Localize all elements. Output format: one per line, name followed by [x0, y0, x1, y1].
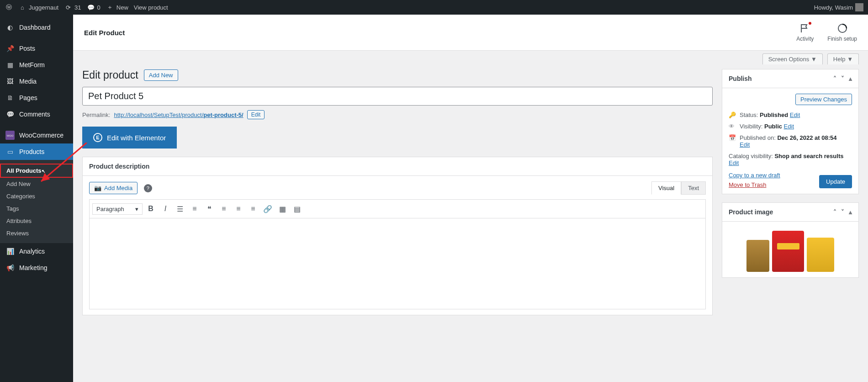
catalog-edit-link[interactable]: Edit: [729, 159, 739, 166]
activity-button[interactable]: Activity: [796, 23, 814, 42]
more-button[interactable]: ▦: [276, 202, 289, 215]
eye-icon: 👁: [729, 123, 736, 130]
sidebar-item-posts[interactable]: 📌Posts: [0, 40, 73, 57]
help-icon[interactable]: ?: [144, 184, 152, 192]
bold-button[interactable]: B: [144, 202, 157, 215]
admin-toolbar: ⓦ ⌂Juggernaut ⟳31 💬0 ＋New View product H…: [0, 0, 868, 15]
comment-icon: 💬: [5, 110, 15, 119]
panel-toggle-icon[interactable]: ▴: [849, 208, 852, 216]
calendar-icon: 📅: [729, 134, 736, 141]
analytics-icon: 📊: [5, 247, 15, 256]
update-button[interactable]: Update: [819, 175, 852, 188]
form-icon: ▦: [5, 60, 15, 69]
sidebar-item-analytics[interactable]: 📊Analytics: [0, 243, 73, 260]
status-edit-link[interactable]: Edit: [790, 111, 800, 118]
page-title: Edit Product: [84, 29, 125, 37]
bullet-list-button[interactable]: ☰: [174, 202, 186, 215]
product-image-thumbnail[interactable]: [729, 227, 852, 272]
submenu-reviews[interactable]: Reviews: [0, 227, 73, 239]
avatar: [855, 3, 863, 11]
pin-icon: 📌: [5, 44, 15, 53]
editor-toolbar: Paragraph▾ B I ☰ ≡ ❝ ≡ ≡ ≡ 🔗 ▦ ▤: [89, 199, 706, 218]
align-center-button[interactable]: ≡: [232, 202, 245, 215]
permalink-row: Permalink: http://localhost/SetupTest/pr…: [82, 110, 713, 119]
text-tab[interactable]: Text: [681, 181, 706, 195]
description-panel: Product description 📷 Add Media ?: [82, 157, 713, 315]
date-edit-link[interactable]: Edit: [740, 141, 750, 148]
camera-icon: 📷: [94, 185, 101, 191]
align-left-button[interactable]: ≡: [217, 202, 230, 215]
visual-tab[interactable]: Visual: [651, 181, 681, 195]
submenu-categories[interactable]: Categories: [0, 190, 73, 202]
permalink-link[interactable]: http://localhost/SetupTest/product/pet-p…: [114, 111, 243, 118]
submenu-all-products[interactable]: All Products↖: [0, 164, 73, 178]
sidebar-item-metform[interactable]: ▦MetForm: [0, 57, 73, 73]
panel-up-icon[interactable]: ˄: [833, 208, 836, 216]
pages-icon: 🗎: [5, 93, 15, 102]
products-submenu: All Products↖ Add New Categories Tags At…: [0, 160, 73, 243]
edit-with-elementor-button[interactable]: E Edit with Elementor: [82, 127, 177, 149]
product-image-heading: Product image: [729, 208, 773, 216]
progress-icon: [837, 23, 848, 34]
panel-down-icon[interactable]: ˅: [841, 208, 844, 216]
page-header: Edit Product Activity Finish setup: [73, 15, 868, 51]
content-area: Edit Product Activity Finish setup Scree…: [73, 15, 868, 382]
sidebar-item-marketing[interactable]: 📢Marketing: [0, 260, 73, 276]
sidebar-item-products[interactable]: ▭Products: [0, 143, 73, 160]
toolbar-toggle-button[interactable]: ▤: [291, 202, 303, 215]
edit-product-heading: Edit product: [82, 69, 138, 81]
submenu-tags[interactable]: Tags: [0, 202, 73, 215]
finish-setup-button[interactable]: Finish setup: [827, 23, 857, 42]
editor-textarea[interactable]: [89, 218, 706, 309]
woo-icon: woo: [5, 131, 15, 140]
flag-icon: [799, 23, 810, 34]
sidebar-item-dashboard[interactable]: ◐Dashboard: [0, 19, 73, 36]
format-select[interactable]: Paragraph▾: [92, 203, 143, 215]
submenu-add-new[interactable]: Add New: [0, 178, 73, 190]
howdy-link[interactable]: Howdy, Wasim: [814, 3, 863, 11]
sidebar-item-media[interactable]: 🖼Media: [0, 73, 73, 90]
marketing-icon: 📢: [5, 263, 15, 272]
sidebar-item-woocommerce[interactable]: wooWooCommerce: [0, 127, 73, 143]
updates-link[interactable]: ⟳31: [64, 3, 81, 11]
copy-draft-link[interactable]: Copy to a new draft: [729, 172, 780, 179]
sidebar-item-pages[interactable]: 🗎Pages: [0, 90, 73, 106]
dashboard-icon: ◐: [5, 23, 15, 32]
screen-tabs: Screen Options ▼ Help ▼: [73, 51, 868, 64]
product-image-panel: Product image ˄ ˅ ▴: [722, 202, 859, 278]
quote-button[interactable]: ❝: [203, 202, 216, 215]
panel-down-icon[interactable]: ˅: [841, 75, 844, 82]
elementor-icon: E: [93, 133, 102, 142]
panel-up-icon[interactable]: ˄: [833, 75, 836, 82]
comments-link[interactable]: 💬0: [87, 3, 101, 11]
view-product-link[interactable]: View product: [134, 4, 168, 11]
panel-toggle-icon[interactable]: ▴: [849, 75, 852, 82]
add-new-button[interactable]: Add New: [144, 69, 178, 81]
add-media-button[interactable]: 📷 Add Media: [89, 182, 138, 194]
help-tab[interactable]: Help ▼: [827, 53, 859, 64]
numbered-list-button[interactable]: ≡: [188, 202, 201, 215]
wp-logo[interactable]: ⓦ: [5, 3, 13, 11]
move-to-trash-link[interactable]: Move to Trash: [729, 181, 780, 188]
publish-panel: Publish ˄ ˅ ▴ Preview Changes 🔑: [722, 69, 859, 194]
permalink-edit-button[interactable]: Edit: [247, 110, 265, 119]
italic-button[interactable]: I: [159, 202, 172, 215]
media-icon: 🖼: [5, 77, 15, 86]
new-link[interactable]: ＋New: [106, 3, 128, 11]
admin-sidebar: ◐Dashboard 📌Posts ▦MetForm 🖼Media 🗎Pages…: [0, 15, 73, 382]
screen-options-tab[interactable]: Screen Options ▼: [762, 53, 823, 64]
products-icon: ▭: [5, 147, 15, 156]
product-title-input[interactable]: [82, 87, 713, 106]
key-icon: 🔑: [729, 111, 736, 118]
publish-heading: Publish: [729, 75, 752, 82]
align-right-button[interactable]: ≡: [247, 202, 259, 215]
submenu-attributes[interactable]: Attributes: [0, 215, 73, 227]
sidebar-item-comments[interactable]: 💬Comments: [0, 106, 73, 122]
preview-changes-button[interactable]: Preview Changes: [795, 94, 852, 105]
description-heading: Product description: [89, 163, 149, 170]
visibility-edit-link[interactable]: Edit: [784, 123, 794, 130]
site-link[interactable]: ⌂Juggernaut: [18, 3, 58, 11]
permalink-label: Permalink:: [82, 111, 110, 118]
link-button[interactable]: 🔗: [261, 202, 274, 215]
